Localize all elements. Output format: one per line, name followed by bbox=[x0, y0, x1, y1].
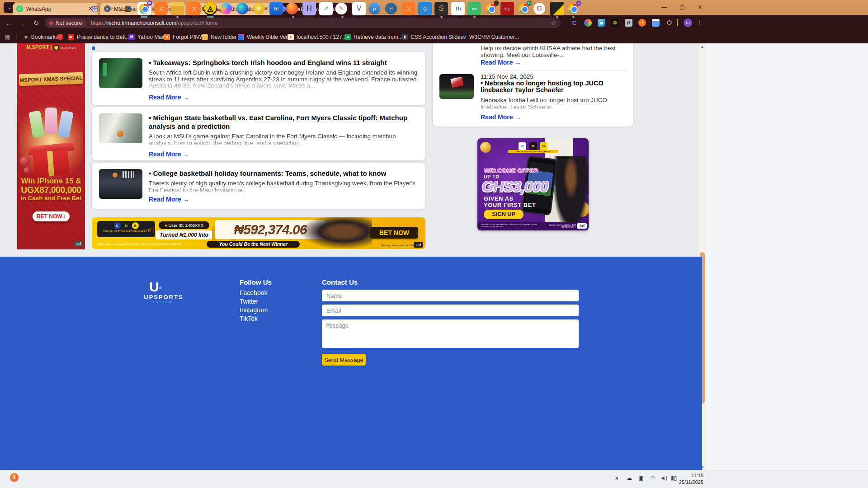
start-button[interactable]: ⊞ bbox=[88, 2, 102, 15]
send-message-button[interactable]: Send Message bbox=[322, 354, 366, 366]
message-field[interactable] bbox=[322, 319, 579, 348]
xampp-icon[interactable]: ꭗ bbox=[187, 2, 201, 15]
extensions-puzzle-icon[interactable]: ⬡ bbox=[665, 19, 673, 27]
read-more-link[interactable]: Read More → bbox=[481, 59, 521, 66]
read-more-link[interactable]: Read More → bbox=[149, 94, 189, 101]
address-bar[interactable]: ⊗ Not secure https://nicho.firmanchorcon… bbox=[44, 18, 561, 28]
read-more-link[interactable]: Read More → bbox=[481, 113, 521, 121]
not-secure-chip[interactable]: ⊗ Not secure bbox=[46, 19, 86, 27]
wifi-icon[interactable]: ◠ bbox=[650, 475, 655, 481]
name-field[interactable] bbox=[322, 290, 579, 301]
tray-chevron-icon[interactable]: ∧ bbox=[615, 475, 619, 481]
facebook-link[interactable]: Facebook bbox=[240, 289, 267, 296]
chrome-profile-icon[interactable] bbox=[484, 2, 498, 15]
tab-whatsapp[interactable]: ✆ WhatsApp ✕ bbox=[13, 3, 98, 15]
ad-ribbon: MSPORT XMAS SPECIAL bbox=[19, 72, 84, 86]
xampp-icon[interactable]: ꭗ bbox=[154, 2, 168, 15]
bookmark-star-icon[interactable]: ☆ bbox=[551, 19, 556, 26]
window-maximize-button[interactable]: ▢ bbox=[675, 3, 690, 13]
banner-ad[interactable]: G C M B OFFICIAL BETTING PARTNER IN AFRI… bbox=[92, 217, 425, 249]
tiktok-link[interactable]: TikTok bbox=[240, 315, 258, 322]
reload-button[interactable]: ↻ bbox=[31, 18, 42, 28]
shortcut-tool-icon[interactable]: ↗ bbox=[319, 2, 333, 15]
pgadmin-icon[interactable]: p bbox=[368, 3, 380, 14]
bookmark-item[interactable]: Weekly Bible Verse bbox=[238, 33, 293, 41]
bookmarks-menu[interactable]: ★ Bookmarks bbox=[24, 33, 58, 41]
onedrive-icon[interactable]: ☁ bbox=[627, 475, 632, 481]
bet-now-button[interactable]: BET NOW bbox=[370, 227, 418, 239]
microsoft-store-icon[interactable]: ⊞ bbox=[269, 2, 283, 15]
device-icon[interactable]: ▣ bbox=[638, 475, 643, 481]
chrome-icon[interactable]: m bbox=[137, 2, 151, 15]
back-button[interactable]: ← bbox=[4, 18, 14, 28]
bookmark-item[interactable]: ✉ Yahoo Mail bbox=[128, 33, 164, 41]
sign-up-button[interactable]: SIGN UP bbox=[484, 210, 524, 219]
vscode-icon[interactable]: ⟨⟩ bbox=[418, 2, 432, 15]
instagram-link[interactable]: Instagram bbox=[240, 306, 268, 314]
bookmark-item[interactable]: ▲ localhost:500 / 127.... bbox=[288, 33, 348, 41]
forward-button[interactable]: → bbox=[17, 18, 28, 28]
ad-badge[interactable]: Ad bbox=[414, 242, 423, 248]
firefox-icon[interactable] bbox=[286, 3, 298, 14]
extension-yellow-icon[interactable]: ⚙ bbox=[611, 19, 619, 27]
ad-badge[interactable]: Ad bbox=[577, 223, 587, 229]
ad-badge[interactable]: Ad bbox=[74, 241, 83, 247]
visual-studio-icon[interactable]: V bbox=[352, 2, 366, 15]
filezilla-icon[interactable]: Fz bbox=[500, 2, 514, 15]
window-close-button[interactable]: ✕ bbox=[693, 3, 708, 13]
copilot-icon[interactable] bbox=[220, 3, 232, 14]
volume-icon[interactable]: ◄) bbox=[660, 475, 667, 481]
battery-icon[interactable]: ▮▯ bbox=[671, 475, 677, 481]
article-card[interactable]: • Takeaways: Springboks torch Irish hood… bbox=[92, 52, 425, 105]
green-chat-icon[interactable]: ▭ bbox=[467, 2, 481, 15]
read-more-link[interactable]: Read More → bbox=[149, 196, 189, 203]
bet-now-button[interactable]: BET NOW › bbox=[33, 211, 70, 221]
left-sidebar-ad[interactable]: M.SPORT | IN AFRICA MSPORT XMAS SPECIAL … bbox=[17, 43, 85, 249]
extension-r-icon[interactable]: R bbox=[625, 19, 632, 27]
task-view-icon[interactable]: ▦ bbox=[121, 2, 135, 15]
triangle-app-icon[interactable]: ◬ bbox=[203, 2, 217, 15]
postgresql-icon[interactable]: P bbox=[385, 3, 397, 14]
search-icon[interactable]: ⌕ bbox=[104, 2, 118, 15]
article-card[interactable]: • College basketball holiday tournaments… bbox=[92, 163, 425, 209]
bible-verse-favicon bbox=[238, 34, 244, 40]
extension-c-icon[interactable]: C bbox=[571, 19, 578, 27]
h-app-icon[interactable]: H bbox=[302, 2, 316, 15]
opera-icon[interactable]: O bbox=[533, 3, 545, 14]
read-more-link[interactable]: Read More → bbox=[149, 150, 189, 158]
twitter-link[interactable]: Twitter bbox=[240, 298, 258, 305]
window-minimize-button[interactable]: — bbox=[656, 3, 672, 13]
profile-avatar[interactable]: m bbox=[684, 19, 692, 27]
side-betting-ad[interactable]: C M B OFFICIAL BETTING PARTNER IN AFRICA… bbox=[477, 138, 589, 230]
bookmark-item[interactable]: ▶ Praise dance to Bett... bbox=[68, 33, 130, 41]
extension-clipboard-icon[interactable] bbox=[652, 19, 660, 27]
partner-logos: C M B bbox=[510, 141, 556, 150]
pen-app-icon[interactable]: ✎ bbox=[335, 3, 347, 14]
bookmark-item[interactable]: ▮ CSS Accordion Slide... bbox=[401, 33, 465, 41]
bookmark-item[interactable]: w3 W3CRM Customer... bbox=[460, 33, 519, 41]
chrome-profile-icon[interactable]: E bbox=[566, 2, 580, 15]
bookmark-item[interactable]: S Retrieve data from... bbox=[344, 33, 403, 41]
file-explorer-icon[interactable] bbox=[170, 2, 184, 15]
edge-icon[interactable] bbox=[236, 3, 248, 14]
extension-globe-icon[interactable] bbox=[584, 19, 592, 27]
xampp-icon[interactable]: ꭗ bbox=[401, 2, 415, 15]
email-field[interactable] bbox=[322, 305, 579, 316]
chrome-profile-icon[interactable]: C bbox=[517, 2, 531, 15]
scrollbar-up-arrow[interactable]: ▲ bbox=[700, 44, 705, 49]
taskbar-clock[interactable]: 11:18 25/11/2025 bbox=[677, 472, 703, 486]
bookmark-item[interactable]: ꭗ Forgot PIN? bbox=[164, 33, 202, 41]
bookmark-item[interactable]: New folder bbox=[202, 33, 236, 41]
browser-menu-icon[interactable]: ⋮ bbox=[697, 19, 703, 27]
laragon-icon[interactable] bbox=[550, 2, 564, 15]
extension-shield-icon[interactable]: ◆ bbox=[598, 19, 605, 27]
notification-badge[interactable]: 1 bbox=[10, 473, 19, 482]
th-app-icon[interactable]: Th bbox=[451, 2, 465, 15]
extension-orange-icon[interactable]: ◔ bbox=[638, 19, 646, 27]
bookmark-vodafone[interactable] bbox=[57, 33, 63, 41]
article-card[interactable]: • Michigan State basketball vs. East Car… bbox=[92, 107, 425, 160]
site-footer: U UPSPORTS ONLINE Follow Us Facebook Twi… bbox=[0, 257, 702, 470]
sublime-icon[interactable]: S bbox=[434, 2, 448, 15]
apps-grid-icon[interactable]: ▦ bbox=[5, 33, 10, 41]
golden-doc-icon[interactable]: 🗎 bbox=[253, 3, 265, 14]
